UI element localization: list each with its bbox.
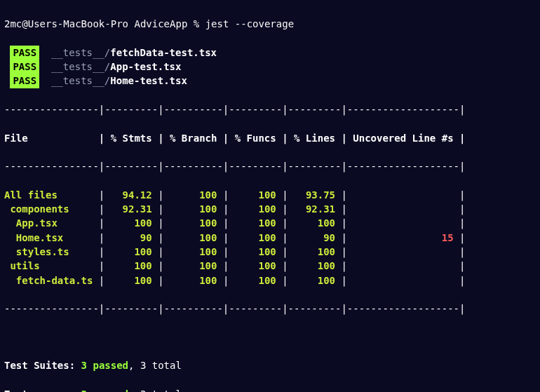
prompt-symbol: % bbox=[194, 18, 199, 29]
cell-stmts: 100 bbox=[104, 275, 151, 286]
cell-lines: 100 bbox=[288, 275, 335, 286]
cell-branch: 100 bbox=[164, 203, 217, 215]
test-file: App-test.tsx bbox=[110, 61, 181, 72]
cell-stmts: 94.12 bbox=[104, 189, 151, 201]
table-row: App.tsx | 100 | 100 | 100 | 100 | | bbox=[4, 216, 536, 230]
table-body: All files | 94.12 | 100 | 100 | 93.75 | … bbox=[4, 188, 536, 288]
pass-badge: PASS bbox=[10, 46, 39, 60]
table-separator: ----------------|---------|----------|--… bbox=[4, 302, 536, 316]
test-result-line: PASS __tests__/fetchData-test.tsx bbox=[4, 46, 536, 60]
cell-funcs: 100 bbox=[229, 203, 276, 215]
table-separator: ----------------|---------|----------|--… bbox=[4, 102, 536, 116]
test-dir: __tests__/ bbox=[51, 47, 110, 58]
cell-file: fetch-data.ts bbox=[4, 275, 99, 286]
cell-file: All files bbox=[4, 189, 99, 201]
test-result-line: PASS __tests__/App-test.tsx bbox=[4, 60, 536, 74]
cell-uncovered bbox=[347, 203, 454, 215]
cell-stmts: 100 bbox=[104, 217, 151, 229]
cell-stmts: 92.31 bbox=[104, 203, 151, 215]
cell-file: utils bbox=[4, 260, 99, 271]
cell-funcs: 100 bbox=[229, 217, 276, 229]
test-results: PASS __tests__/fetchData-test.tsx PASS _… bbox=[4, 46, 536, 88]
cell-funcs: 100 bbox=[229, 275, 276, 286]
cell-funcs: 100 bbox=[229, 189, 276, 201]
blank-line bbox=[4, 330, 536, 344]
cell-lines: 90 bbox=[288, 232, 335, 243]
cell-uncovered bbox=[347, 275, 454, 286]
table-row: fetch-data.ts | 100 | 100 | 100 | 100 | … bbox=[4, 273, 536, 288]
cell-file: Home.tsx bbox=[4, 232, 99, 243]
cell-branch: 100 bbox=[164, 189, 217, 201]
cell-stmts: 90 bbox=[104, 232, 151, 243]
cell-uncovered bbox=[347, 246, 454, 257]
table-row: components | 92.31 | 100 | 100 | 92.31 |… bbox=[4, 202, 536, 216]
cell-lines: 100 bbox=[288, 260, 335, 271]
prompt-user-host: 2mc@Users-MacBook-Pro bbox=[4, 18, 128, 29]
test-file: Home-test.tsx bbox=[110, 75, 187, 86]
summary-tests: Tests: 3 passed, 3 total bbox=[4, 387, 536, 392]
test-file: fetchData-test.tsx bbox=[110, 47, 217, 58]
test-dir: __tests__/ bbox=[51, 75, 110, 86]
cell-uncovered bbox=[347, 189, 454, 201]
summary-label: Test Suites: bbox=[4, 358, 75, 372]
pass-badge: PASS bbox=[10, 74, 39, 88]
cell-lines: 92.31 bbox=[288, 203, 335, 215]
cell-stmts: 100 bbox=[104, 260, 151, 271]
prompt-cwd: AdviceApp bbox=[134, 18, 187, 29]
cell-uncovered bbox=[347, 260, 454, 271]
cell-lines: 100 bbox=[288, 217, 335, 229]
cell-funcs: 100 bbox=[229, 246, 276, 257]
prompt-command: jest --coverage bbox=[205, 18, 294, 29]
summary-total: , 3 total bbox=[128, 388, 182, 392]
cell-funcs: 100 bbox=[229, 232, 276, 243]
summary-total: , 3 total bbox=[128, 360, 182, 371]
pass-badge: PASS bbox=[10, 60, 39, 74]
cell-branch: 100 bbox=[164, 275, 217, 286]
cell-branch: 100 bbox=[164, 246, 217, 257]
test-result-line: PASS __tests__/Home-test.tsx bbox=[4, 74, 536, 88]
test-dir: __tests__/ bbox=[51, 61, 110, 72]
cell-file: components bbox=[4, 203, 99, 215]
cell-branch: 100 bbox=[164, 217, 217, 229]
summary-passed: 3 passed bbox=[81, 388, 128, 392]
table-row: styles.ts | 100 | 100 | 100 | 100 | | bbox=[4, 245, 536, 259]
cell-file: styles.ts bbox=[4, 246, 99, 257]
cell-uncovered bbox=[347, 217, 454, 229]
terminal-output: 2mc@Users-MacBook-Pro AdviceApp % jest -… bbox=[0, 0, 540, 392]
summary-suites: Test Suites: 3 passed, 3 total bbox=[4, 358, 536, 372]
table-row: Home.tsx | 90 | 100 | 100 | 90 | 15 | bbox=[4, 231, 536, 245]
summary-label: Tests: bbox=[4, 387, 40, 392]
cell-stmts: 100 bbox=[104, 246, 151, 257]
cell-branch: 100 bbox=[164, 232, 217, 243]
cell-funcs: 100 bbox=[229, 260, 276, 271]
table-row: utils | 100 | 100 | 100 | 100 | | bbox=[4, 259, 536, 273]
prompt-line[interactable]: 2mc@Users-MacBook-Pro AdviceApp % jest -… bbox=[4, 17, 536, 31]
cell-lines: 93.75 bbox=[288, 189, 335, 201]
table-row: All files | 94.12 | 100 | 100 | 93.75 | … bbox=[4, 188, 536, 202]
cell-branch: 100 bbox=[164, 260, 217, 271]
table-separator: ----------------|---------|----------|--… bbox=[4, 159, 536, 173]
cell-lines: 100 bbox=[288, 246, 335, 257]
table-header-row: File | % Stmts | % Branch | % Funcs | % … bbox=[4, 131, 536, 145]
cell-file: App.tsx bbox=[4, 217, 99, 229]
cell-uncovered: 15 bbox=[347, 232, 454, 243]
summary-passed: 3 passed bbox=[81, 360, 128, 371]
